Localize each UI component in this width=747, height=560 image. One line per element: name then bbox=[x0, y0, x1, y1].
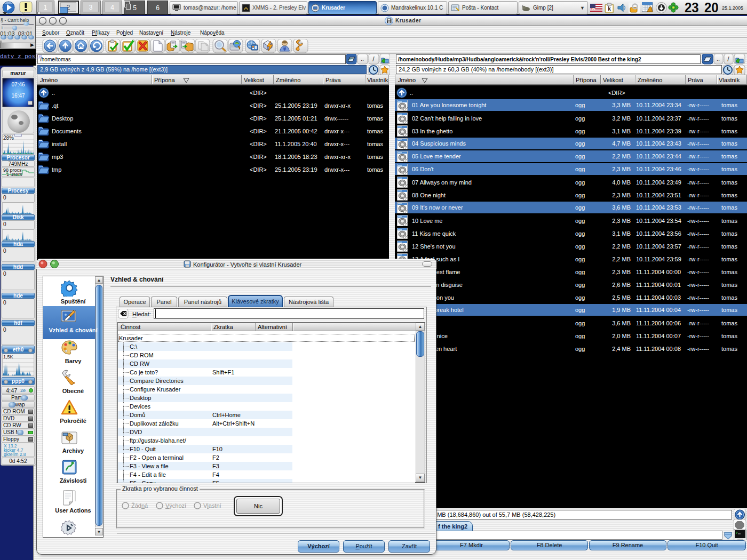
svg-text:..: .. bbox=[717, 55, 720, 62]
svg-text:us: us bbox=[590, 6, 595, 11]
svg-text:k: k bbox=[608, 6, 611, 12]
svg-text:..: .. bbox=[361, 55, 364, 62]
